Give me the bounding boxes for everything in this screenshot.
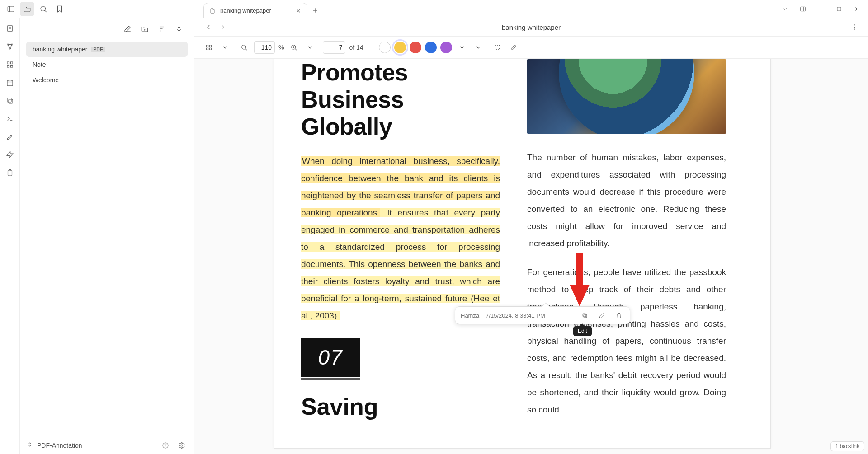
sidebar-panel: banking whitepaper PDF Note Welcome PDF-…	[20, 18, 194, 454]
svg-rect-63	[583, 314, 586, 317]
highlight-color-yellow[interactable]	[394, 42, 406, 53]
close-tab-icon[interactable]	[295, 8, 302, 14]
document-header: banking whitepaper	[194, 18, 868, 36]
highlight-region[interactable]: It ensures that every party engaged in c…	[301, 208, 500, 320]
nav-forward-button[interactable]	[217, 21, 229, 33]
nav-back-button[interactable]	[203, 21, 214, 33]
svg-line-3	[45, 10, 46, 12]
thumbnails-dropdown-icon[interactable]	[219, 41, 231, 54]
sidebar-item-banking-whitepaper[interactable]: banking whitepaper PDF	[26, 42, 188, 57]
close-window-button[interactable]	[849, 2, 865, 16]
svg-point-44	[181, 445, 183, 446]
svg-rect-23	[7, 62, 9, 64]
globe-image	[527, 59, 726, 134]
search-button[interactable]	[36, 2, 51, 16]
flash-icon[interactable]	[5, 150, 15, 160]
annotation-timestamp: 7/15/2024, 8:33:41 PM	[486, 312, 573, 319]
svg-rect-11	[837, 7, 841, 11]
panel-toggle-button[interactable]	[4, 2, 18, 16]
highlight-color-blue[interactable]	[425, 42, 437, 53]
document-tab-title: banking whitepaper	[220, 7, 271, 14]
page-number-input[interactable]	[323, 41, 345, 54]
highlighted-paragraph[interactable]: When doing international business, speci…	[301, 153, 500, 324]
sidebar-item-label: banking whitepaper	[33, 46, 87, 53]
document-tab[interactable]: banking whitepaper	[203, 3, 307, 18]
annotation-delete-button[interactable]	[613, 310, 624, 321]
minimize-button[interactable]	[813, 2, 829, 16]
split-view-button[interactable]	[795, 2, 811, 16]
pdf-badge: PDF	[91, 47, 105, 52]
highlight-dropdown-icon[interactable]	[456, 41, 468, 54]
sidebar-footer-label: PDF-Annotation	[37, 442, 82, 449]
chevron-down-icon[interactable]	[777, 2, 793, 16]
terminal-icon[interactable]	[5, 114, 15, 124]
window-top-left-controls	[0, 2, 67, 16]
copy-icon[interactable]	[5, 96, 15, 106]
svg-rect-24	[10, 62, 13, 64]
maximize-button[interactable]	[831, 2, 847, 16]
sidebar-item-welcome[interactable]: Welcome	[26, 72, 188, 88]
sidebar-item-note[interactable]: Note	[26, 57, 188, 72]
zoom-input[interactable]	[254, 41, 275, 54]
left-icon-rail	[0, 18, 20, 454]
svg-line-58	[295, 49, 297, 50]
svg-line-21	[8, 45, 10, 49]
backlink-chip[interactable]: 1 backlink	[830, 441, 864, 451]
thumbnails-icon[interactable]	[203, 41, 215, 54]
body-paragraph: The number of human mistakes, labor expe…	[527, 149, 726, 252]
new-folder-icon[interactable]	[138, 22, 151, 36]
sidebar-item-label: Welcome	[33, 76, 59, 84]
svg-rect-48	[207, 45, 208, 47]
body-paragraph: For generations, people have utilized th…	[527, 264, 726, 418]
zoom-dropdown-icon[interactable]	[304, 41, 316, 54]
settings-icon[interactable]	[176, 440, 188, 451]
annotation-edit-button[interactable]	[596, 310, 607, 321]
edit-tooltip: Edit	[573, 326, 592, 336]
edit-icon[interactable]	[507, 41, 520, 54]
main-area: banking whitepaper % of 14	[194, 18, 868, 454]
graph-icon[interactable]	[5, 42, 15, 51]
section-number-box: 07	[301, 338, 360, 377]
svg-rect-49	[209, 45, 211, 47]
highlight-color-red[interactable]	[410, 42, 421, 53]
section-heading-2: Saving	[301, 393, 500, 420]
svg-marker-34	[7, 152, 13, 159]
clipboard-icon[interactable]	[5, 168, 15, 178]
annotation-dropdown-icon[interactable]	[472, 41, 485, 54]
folder-button[interactable]	[20, 2, 34, 16]
sort-icon[interactable]	[155, 22, 169, 36]
svg-rect-8	[801, 7, 806, 11]
page-of-label: of 14	[349, 44, 363, 51]
annotation-popover: Hamza 7/15/2024, 8:33:41 PM	[455, 306, 630, 324]
section-heading: Promotes Business Globally	[301, 59, 500, 140]
highlight-color-white[interactable]	[379, 42, 391, 53]
collapse-icon[interactable]	[172, 22, 186, 36]
calendar-icon[interactable]	[5, 78, 15, 88]
annotation-author: Hamza	[461, 312, 479, 319]
bookmark-button[interactable]	[52, 2, 67, 16]
sidebar-toolbar	[20, 18, 194, 40]
help-icon[interactable]	[160, 440, 171, 451]
svg-rect-51	[209, 48, 211, 50]
svg-point-46	[854, 27, 855, 28]
pdf-toolbar: % of 14	[194, 36, 868, 59]
annotation-copy-button[interactable]	[579, 310, 590, 321]
new-tab-button[interactable]	[307, 3, 323, 18]
svg-point-47	[854, 29, 855, 30]
area-select-icon[interactable]	[491, 41, 504, 54]
pdf-page: Promotes Business Globally When doing in…	[274, 59, 771, 449]
sidebar-file-list: banking whitepaper PDF Note Welcome	[20, 40, 194, 436]
highlight-color-purple[interactable]	[440, 42, 452, 53]
highlighter-icon[interactable]	[5, 132, 15, 142]
zoom-in-icon[interactable]	[288, 41, 300, 54]
svg-rect-62	[584, 314, 587, 318]
more-menu-icon[interactable]	[849, 22, 860, 33]
svg-rect-26	[10, 66, 13, 68]
file-icon	[209, 8, 216, 14]
pdf-canvas[interactable]: Promotes Business Globally When doing in…	[194, 59, 868, 454]
note-icon[interactable]	[5, 23, 15, 33]
svg-rect-50	[207, 48, 208, 50]
compose-icon[interactable]	[121, 22, 134, 36]
grid-icon[interactable]	[5, 60, 15, 70]
zoom-out-icon[interactable]	[238, 41, 250, 54]
